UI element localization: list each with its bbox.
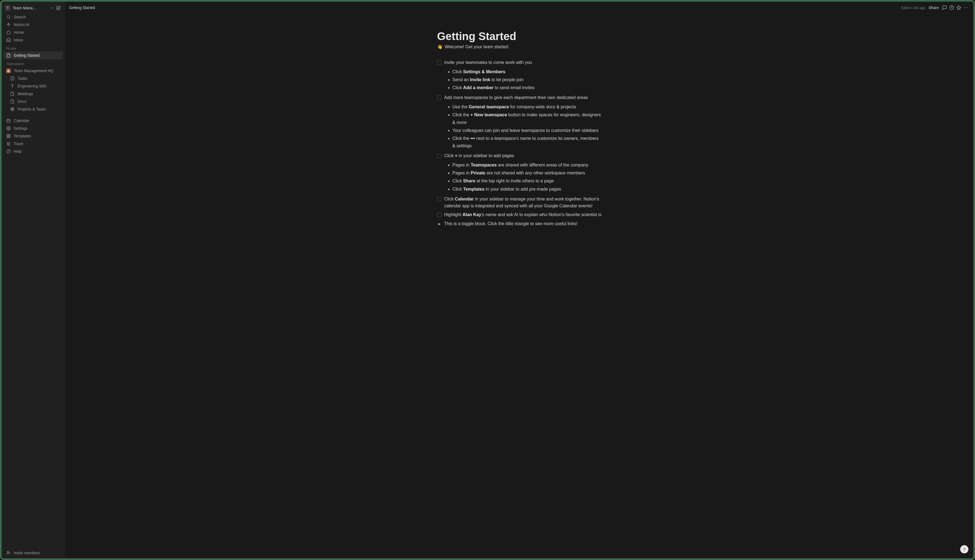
workspace-icon: T <box>5 5 10 11</box>
sidebar-teamspace-hq[interactable]: 🏠 Team Management HQ <box>4 67 63 75</box>
todo-item[interactable]: Click Calendar in your sidebar to manage… <box>437 195 602 211</box>
topbar: Getting Started Edited 19h ago Share <box>65 2 973 14</box>
sidebar: T Team Mana… ▾ Search Notion AI Home <box>2 2 65 558</box>
gear-icon <box>6 126 11 131</box>
sparkle-icon <box>6 22 11 27</box>
toggle-text[interactable]: This is a toggle block. Click the little… <box>444 220 578 227</box>
sidebar-item-label: Calendar <box>14 118 29 123</box>
more-icon[interactable] <box>962 4 970 11</box>
list-item[interactable]: Use the General teamspace for company-wi… <box>453 103 602 111</box>
sidebar-home[interactable]: Home <box>4 28 63 36</box>
sidebar-item-label: Docs <box>18 99 26 104</box>
help-floating-button[interactable]: ? <box>960 545 968 553</box>
new-page-button[interactable] <box>55 4 62 12</box>
svg-point-23 <box>966 7 966 8</box>
sidebar-page-projects-tasks[interactable]: Projects & Tasks <box>4 105 63 113</box>
checkbox[interactable] <box>437 197 442 201</box>
list-item[interactable]: Your colleagues can join and leave teams… <box>453 127 602 134</box>
workspace-switcher[interactable]: T Team Mana… ▾ <box>4 3 63 13</box>
todo-text[interactable]: Highlight Alan Kay's name and ask AI to … <box>444 212 602 218</box>
check-icon <box>10 76 15 81</box>
list-item[interactable]: Click Settings & Members <box>453 68 602 76</box>
favorite-icon[interactable] <box>955 4 962 11</box>
sidebar-notion-ai[interactable]: Notion AI <box>4 21 63 28</box>
page-icon <box>10 91 15 96</box>
share-button[interactable]: Share <box>928 5 939 10</box>
sidebar-page-getting-started[interactable]: Getting Started <box>4 52 63 59</box>
sidebar-calendar[interactable]: Calendar <box>4 117 63 125</box>
sidebar-settings[interactable]: Settings <box>4 125 63 132</box>
checkbox[interactable] <box>437 153 442 158</box>
checkbox[interactable] <box>437 213 442 217</box>
todo-text[interactable]: Add more teamspaces to give each departm… <box>444 94 602 101</box>
svg-rect-12 <box>9 134 10 136</box>
sidebar-page-engineering-wiki[interactable]: Engineering Wiki <box>4 82 63 90</box>
sidebar-inbox[interactable]: Inbox <box>4 36 63 44</box>
page-content: Getting Started 👋 Welcome! Get your team… <box>65 14 973 558</box>
sidebar-templates[interactable]: Templates <box>4 132 63 140</box>
checkbox[interactable] <box>437 95 442 100</box>
sidebar-help[interactable]: Help <box>4 148 63 155</box>
sidebar-item-label: Projects & Tasks <box>18 107 46 111</box>
sidebar-item-label: Notion AI <box>14 22 29 27</box>
welcome-text[interactable]: Welcome! Get your team started: <box>445 45 509 49</box>
todo-text[interactable]: Click + in your sidebar to add pages <box>444 152 602 159</box>
trash-icon <box>6 141 11 146</box>
sub-list: Use the General teamspace for company-wi… <box>437 103 602 150</box>
svg-rect-13 <box>7 136 8 138</box>
sidebar-search[interactable]: Search <box>4 13 63 21</box>
sidebar-page-docs[interactable]: Docs <box>4 98 63 105</box>
todo-item[interactable]: Add more teamspaces to give each departm… <box>437 93 602 102</box>
breadcrumb[interactable]: Getting Started <box>69 5 95 10</box>
sidebar-page-tasks[interactable]: Tasks <box>4 75 63 82</box>
todo-item[interactable]: Click + in your sidebar to add pages <box>437 152 602 160</box>
list-item[interactable]: Pages in Teamspaces are shared with diff… <box>453 161 602 169</box>
checkbox[interactable] <box>437 60 442 65</box>
svg-point-24 <box>967 7 968 8</box>
list-item[interactable]: Pages in Private are not shared with any… <box>453 169 602 177</box>
todo-text[interactable]: Click Calendar in your sidebar to manage… <box>444 196 602 210</box>
page-title[interactable]: Getting Started <box>437 30 602 43</box>
sidebar-invite-members[interactable]: Invite members <box>4 549 63 557</box>
svg-point-17 <box>7 551 8 553</box>
page-icon <box>10 99 15 104</box>
wave-emoji: 👋 <box>437 44 443 49</box>
comments-icon[interactable] <box>941 4 948 11</box>
svg-line-1 <box>9 18 10 18</box>
sidebar-item-label: Engineering Wiki <box>18 84 47 88</box>
svg-rect-14 <box>9 136 10 138</box>
inbox-icon <box>6 38 11 43</box>
todo-text[interactable]: Invite your teammates to come work with … <box>444 59 602 66</box>
sidebar-item-label: Settings <box>14 126 28 130</box>
sidebar-item-label: Home <box>14 30 24 35</box>
toggle-triangle-icon[interactable]: ▶ <box>437 222 442 226</box>
sub-list: Click Settings & Members Send an Invite … <box>437 68 602 92</box>
sub-list: Pages in Teamspaces are shared with diff… <box>437 161 602 193</box>
sidebar-trash[interactable]: Trash <box>4 140 63 148</box>
todo-item[interactable]: Highlight Alan Kay's name and ask AI to … <box>437 210 602 219</box>
edited-timestamp: Edited 19h ago <box>901 6 925 10</box>
list-item[interactable]: Click Templates in your sidebar to add p… <box>453 185 602 193</box>
updates-icon[interactable] <box>948 4 955 11</box>
sidebar-item-label: Search <box>14 15 26 19</box>
todo-item[interactable]: Invite your teammates to come work with … <box>437 58 602 67</box>
toggle-block[interactable]: ▶ This is a toggle block. Click the litt… <box>437 219 602 228</box>
sidebar-page-meetings[interactable]: Meetings <box>4 90 63 98</box>
list-item[interactable]: Click Share at the top right to invite o… <box>453 177 602 185</box>
chevron-down-icon: ▾ <box>51 6 53 10</box>
svg-point-22 <box>964 7 965 8</box>
svg-point-0 <box>7 16 10 18</box>
svg-rect-6 <box>7 119 10 122</box>
section-teamspaces-label: Teamspaces <box>4 59 63 67</box>
svg-rect-11 <box>7 134 8 136</box>
home-icon <box>6 30 11 35</box>
sidebar-item-label: Meetings <box>18 92 33 96</box>
workspace-name: Team Mana… <box>13 6 49 10</box>
list-item[interactable]: Send an Invite link to let people join <box>453 76 602 83</box>
svg-rect-2 <box>11 77 14 80</box>
list-item[interactable]: Click Add a member to send email invites <box>453 83 602 92</box>
list-item[interactable]: Click the ••• next to a teamspace's name… <box>453 134 602 150</box>
list-item[interactable]: Click the + New teamspace button to make… <box>453 111 602 126</box>
sidebar-item-label: Tasks <box>18 76 27 81</box>
teamspace-icon: 🏠 <box>6 68 11 73</box>
